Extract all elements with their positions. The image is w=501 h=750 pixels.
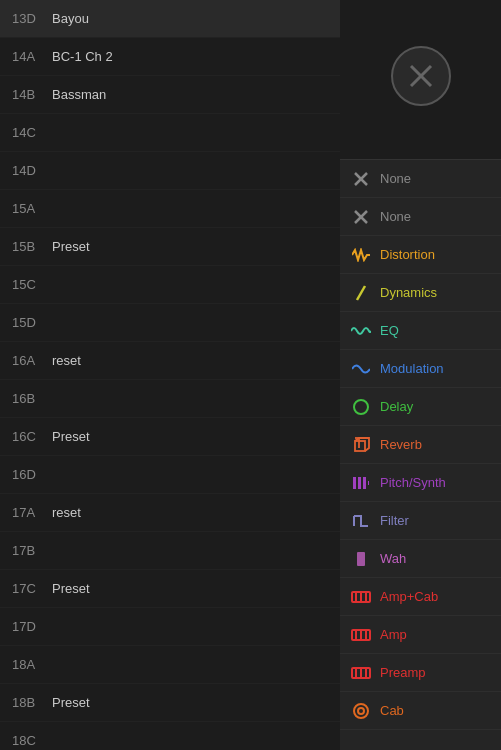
menu-item-label: Amp: [380, 627, 407, 642]
menu-item-amp[interactable]: Amp: [340, 616, 501, 654]
row-id: 18C: [12, 733, 52, 748]
menu-item-label: Reverb: [380, 437, 422, 452]
row-label: Preset: [52, 239, 90, 254]
list-item[interactable]: 17D: [0, 608, 340, 646]
list-item[interactable]: 13D Bayou: [0, 0, 340, 38]
menu-item-delay[interactable]: Delay: [340, 388, 501, 426]
preamp-icon: [350, 662, 372, 684]
menu-item-preamp[interactable]: Preamp: [340, 654, 501, 692]
row-label: Bayou: [52, 11, 89, 26]
delay-icon: [350, 396, 372, 418]
list-item[interactable]: 14D: [0, 152, 340, 190]
list-item[interactable]: 16B: [0, 380, 340, 418]
list-item[interactable]: 15A: [0, 190, 340, 228]
row-id: 18B: [12, 695, 52, 710]
menu-item-label: Cab: [380, 703, 404, 718]
row-id: 17A: [12, 505, 52, 520]
menu-item-none1[interactable]: None: [340, 160, 501, 198]
modulation-icon: [350, 358, 372, 380]
row-id: 17C: [12, 581, 52, 596]
menu-item-ampcab[interactable]: Amp+Cab: [340, 578, 501, 616]
row-id: 18A: [12, 657, 52, 672]
row-id: 15C: [12, 277, 52, 292]
list-item[interactable]: 14C: [0, 114, 340, 152]
menu-item-label: Dynamics: [380, 285, 437, 300]
list-item[interactable]: 18A: [0, 646, 340, 684]
list-item[interactable]: 15D: [0, 304, 340, 342]
menu-item-wah[interactable]: Wah: [340, 540, 501, 578]
eq-icon: [350, 320, 372, 342]
row-label: Preset: [52, 429, 90, 444]
reverb-icon: [350, 434, 372, 456]
row-id: 13D: [12, 11, 52, 26]
effect-type-panel: None None Distortion Dynami: [340, 0, 501, 750]
menu-item-pitchsynth[interactable]: Pitch/Synth: [340, 464, 501, 502]
svg-rect-12: [353, 477, 356, 489]
list-item[interactable]: 14A BC-1 Ch 2: [0, 38, 340, 76]
svg-rect-15: [368, 481, 369, 485]
dynamics-icon: [350, 282, 372, 304]
menu-item-label: Delay: [380, 399, 413, 414]
menu-item-dynamics[interactable]: Dynamics: [340, 274, 501, 312]
menu-item-eq[interactable]: EQ: [340, 312, 501, 350]
effect-icon-circle: [391, 46, 451, 106]
menu-item-label: None: [380, 171, 411, 186]
amp-icon: [350, 624, 372, 646]
cab-icon: [350, 700, 372, 722]
menu-item-filter[interactable]: Filter: [340, 502, 501, 540]
row-id: 14D: [12, 163, 52, 178]
row-label: Preset: [52, 581, 90, 596]
filter-icon: [350, 510, 372, 532]
menu-item-label: Amp+Cab: [380, 589, 438, 604]
row-label: reset: [52, 505, 81, 520]
list-item[interactable]: 17B: [0, 532, 340, 570]
menu-item-none2[interactable]: None: [340, 198, 501, 236]
list-item[interactable]: 17A reset: [0, 494, 340, 532]
list-item[interactable]: 15C: [0, 266, 340, 304]
list-item[interactable]: 18C: [0, 722, 340, 750]
menu-item-modulation[interactable]: Modulation: [340, 350, 501, 388]
menu-item-cab[interactable]: Cab: [340, 692, 501, 730]
row-id: 16B: [12, 391, 52, 406]
svg-point-32: [358, 708, 364, 714]
preset-list[interactable]: 13D Bayou 14A BC-1 Ch 2 14B Bassman 14C …: [0, 0, 340, 750]
row-label: reset: [52, 353, 81, 368]
row-id: 15B: [12, 239, 52, 254]
list-item[interactable]: 14B Bassman: [0, 76, 340, 114]
svg-line-6: [357, 286, 365, 300]
row-id: 16D: [12, 467, 52, 482]
menu-item-label: Modulation: [380, 361, 444, 376]
row-id: 16C: [12, 429, 52, 444]
list-item[interactable]: 16C Preset: [0, 418, 340, 456]
svg-point-31: [354, 704, 368, 718]
menu-item-label: Pitch/Synth: [380, 475, 446, 490]
svg-rect-14: [363, 477, 366, 489]
row-id: 15A: [12, 201, 52, 216]
svg-rect-13: [358, 477, 361, 489]
menu-item-distortion[interactable]: Distortion: [340, 236, 501, 274]
list-item[interactable]: 18B Preset: [0, 684, 340, 722]
svg-point-7: [354, 400, 368, 414]
none1-icon: [350, 168, 372, 190]
svg-rect-8: [355, 441, 365, 451]
row-id: 15D: [12, 315, 52, 330]
row-id: 16A: [12, 353, 52, 368]
pitchsynth-icon: [350, 472, 372, 494]
row-id: 17B: [12, 543, 52, 558]
list-item[interactable]: 16D: [0, 456, 340, 494]
menu-item-label: Distortion: [380, 247, 435, 262]
current-effect-display: [340, 0, 501, 160]
list-item[interactable]: 15B Preset: [0, 228, 340, 266]
menu-item-label: EQ: [380, 323, 399, 338]
list-item[interactable]: 17C Preset: [0, 570, 340, 608]
list-item[interactable]: 16A reset: [0, 342, 340, 380]
menu-item-label: None: [380, 209, 411, 224]
row-id: 17D: [12, 619, 52, 634]
ampcab-icon: [350, 586, 372, 608]
svg-rect-18: [357, 552, 365, 566]
none2-icon: [350, 206, 372, 228]
menu-item-reverb[interactable]: Reverb: [340, 426, 501, 464]
effect-menu-list[interactable]: None None Distortion Dynami: [340, 160, 501, 750]
menu-item-label: Wah: [380, 551, 406, 566]
row-label: Preset: [52, 695, 90, 710]
